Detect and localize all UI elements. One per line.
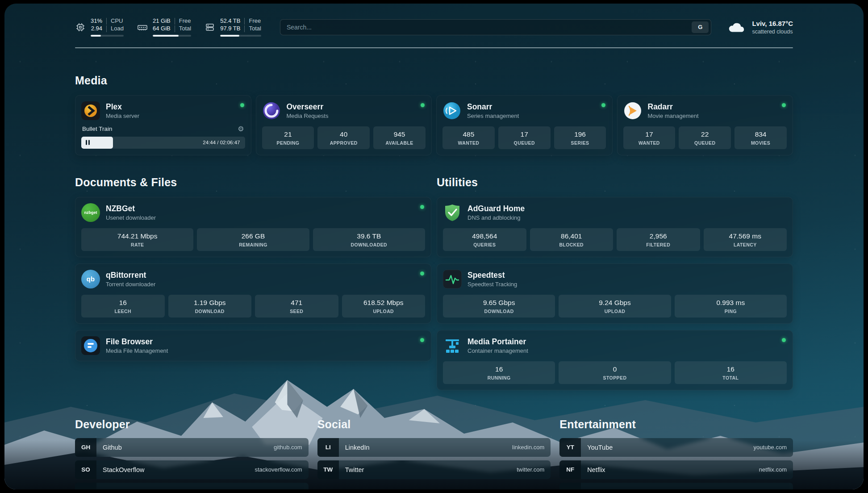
- stat-tile: 266 GBREMAINING: [197, 228, 309, 251]
- status-dot-nzbget: [420, 205, 424, 209]
- bookmark-domain: reddit.com: [760, 489, 787, 489]
- stat-tile: 16LEECH: [81, 295, 165, 318]
- service-link-speedtest[interactable]: Speedtest Speedtest Tracking: [443, 270, 787, 288]
- service-subtitle: Container management: [467, 347, 528, 354]
- search-input[interactable]: [287, 24, 692, 31]
- bookmark-domain: stackoverflow.com: [255, 466, 302, 473]
- stat-tile: 16RUNNING: [443, 361, 555, 384]
- status-dot-plex: [240, 103, 244, 107]
- cpu-widget: 31% CPU 2.94 Load: [75, 18, 124, 37]
- service-name: Overseerr: [287, 102, 329, 111]
- bookmark-stackoverflow[interactable]: SO StackOverflow stackoverflow.com: [75, 460, 309, 479]
- bookmark-abbr: DT: [75, 483, 96, 489]
- service-subtitle: Media Requests: [287, 113, 329, 119]
- section-media: Media Plex Media server: [75, 74, 793, 155]
- stat-tile: 0STOPPED: [559, 361, 671, 384]
- card-speedtest: Speedtest Speedtest Tracking 9.65 GbpsDO…: [437, 263, 793, 324]
- service-name: Media Portainer: [467, 337, 528, 346]
- stat-tile: 945AVAILABLE: [373, 126, 426, 149]
- bookmark-domain: twitter.com: [517, 466, 544, 473]
- card-qbittorrent: qb qBittorrent Torrent downloader 16LEEC…: [75, 263, 431, 324]
- bookmark-domain: youtube.com: [754, 444, 787, 451]
- search-bar[interactable]: G: [280, 19, 711, 35]
- service-link-qbittorrent[interactable]: qb qBittorrent Torrent downloader: [81, 270, 425, 288]
- bookmark-abbr: SO: [75, 460, 96, 479]
- service-link-nzbget[interactable]: nzbget NZBGet Usenet downloader: [81, 203, 425, 222]
- memory-widget: 21 GiB Free 64 GiB Total: [137, 18, 191, 37]
- portainer-icon: [443, 336, 462, 355]
- bookmark-dev[interactable]: DT DEV dev.to: [75, 483, 309, 489]
- service-link-adguard[interactable]: AdGuard Home DNS and adblocking: [443, 203, 787, 222]
- search-provider-button[interactable]: G: [692, 21, 709, 33]
- bookmark-name: Reddit: [587, 489, 606, 489]
- bookmark-name: DEV: [103, 489, 116, 489]
- bookmark-abbr: YT: [559, 438, 581, 457]
- cpu-label-1: CPU: [106, 18, 124, 25]
- section-title-social: Social: [317, 418, 551, 431]
- dashboard-window: 31% CPU 2.94 Load: [4, 4, 864, 489]
- bookmark-name: YouTube: [587, 444, 613, 451]
- status-dot-filebrowser: [420, 338, 424, 342]
- section-documents: Documents & Files nzbget NZBGet Usenet d…: [75, 176, 431, 390]
- plex-icon: [81, 101, 100, 120]
- service-link-overseerr[interactable]: Overseerr Media Requests: [262, 101, 426, 120]
- stat-tile: 16TOTAL: [675, 361, 787, 384]
- plex-now-playing: Bullet Train: [82, 125, 113, 132]
- disk-widget: 52.4 TB Free 97.9 TB Total: [204, 18, 261, 37]
- cpu-label-2: Load: [106, 25, 124, 32]
- section-title-documents: Documents & Files: [75, 176, 431, 189]
- header-divider: [75, 47, 793, 48]
- disk-drive-icon: [204, 22, 215, 33]
- service-subtitle: Movie management: [648, 113, 699, 119]
- disk-usage-bar: [220, 35, 261, 37]
- bookmark-twitter[interactable]: TW Twitter twitter.com: [317, 460, 551, 479]
- service-subtitle: Usenet downloader: [106, 214, 156, 221]
- bookmark-name: Twitter: [345, 466, 364, 473]
- stat-tile: 744.21 MbpsRATE: [81, 228, 193, 251]
- cloud-icon: [727, 21, 746, 34]
- stat-tile: 9.65 GbpsDOWNLOAD: [443, 295, 555, 318]
- stat-tile: 47.569 msLATENCY: [704, 228, 787, 251]
- service-link-portainer[interactable]: Media Portainer Container management: [443, 336, 787, 355]
- bookmark-netflix[interactable]: NF Netflix netflix.com: [559, 460, 793, 479]
- bookmark-name: Netflix: [587, 466, 605, 473]
- service-subtitle: Media server: [106, 113, 139, 119]
- card-sonarr: Sonarr Series management 485WANTED 17QUE…: [436, 95, 613, 155]
- card-radarr: Radarr Movie management 17WANTED 22QUEUE…: [617, 95, 793, 155]
- service-name: Speedtest: [467, 271, 517, 280]
- section-utilities: Utilities AdGuard Home DNS: [437, 176, 793, 390]
- stat-tile: 86,401BLOCKED: [530, 228, 613, 251]
- service-link-plex[interactable]: Plex Media server: [81, 101, 245, 120]
- bookmark-name: Github: [103, 444, 122, 451]
- nzbget-icon: nzbget: [81, 203, 100, 222]
- bookmark-reddit[interactable]: RE Reddit reddit.com: [559, 483, 793, 489]
- bookmark-youtube[interactable]: YT YouTube youtube.com: [559, 438, 793, 457]
- bookmark-linkedin[interactable]: LI LinkedIn linkedin.com: [317, 438, 551, 457]
- stat-tile: 17WANTED: [623, 126, 676, 149]
- stat-tile: 1.19 GbpsDOWNLOAD: [168, 295, 252, 318]
- bookmark-abbr: TW: [317, 460, 339, 479]
- radarr-icon: [623, 101, 642, 120]
- gear-icon[interactable]: ⚙: [238, 125, 244, 133]
- stat-tile: 618.52 MbpsUPLOAD: [342, 295, 426, 318]
- bookmark-name: LinkedIn: [345, 444, 370, 451]
- stat-tile: 0.993 msPING: [675, 295, 787, 318]
- bookmark-github[interactable]: GH Github github.com: [75, 438, 309, 457]
- bookmark-abbr: RE: [559, 483, 581, 489]
- weather-location: Lviv, 16.87°C: [752, 20, 793, 27]
- stat-tile: 834MOVIES: [734, 126, 787, 149]
- service-link-filebrowser[interactable]: File Browser Media File Management: [81, 336, 425, 355]
- service-link-sonarr[interactable]: Sonarr Series management: [442, 101, 606, 120]
- stat-tile: 485WANTED: [442, 126, 495, 149]
- cpu-usage-bar: [91, 35, 124, 37]
- stat-tile: 2,956FILTERED: [617, 228, 700, 251]
- top-bar: 31% CPU 2.94 Load: [75, 18, 793, 37]
- bookmark-abbr: GH: [75, 438, 96, 457]
- memory-ram-icon: [137, 22, 148, 33]
- section-social: Social LI LinkedIn linkedin.com TW Twitt…: [317, 418, 551, 489]
- card-plex: Plex Media server Bullet Train ⚙ 24:44 /…: [75, 95, 251, 155]
- service-name: qBittorrent: [106, 271, 155, 280]
- cpu-chip-icon: [75, 22, 86, 33]
- stat-tile: 22QUEUED: [679, 126, 731, 149]
- service-link-radarr[interactable]: Radarr Movie management: [623, 101, 787, 120]
